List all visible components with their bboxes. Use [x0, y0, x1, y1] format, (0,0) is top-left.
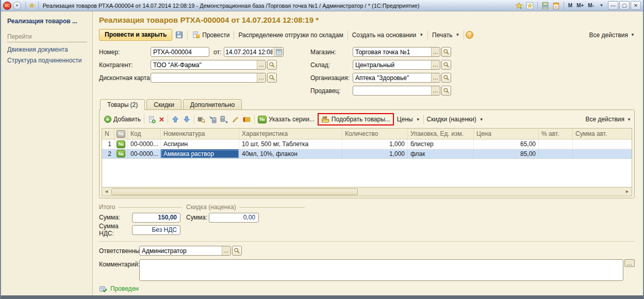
cell-n[interactable]: 1 [102, 139, 114, 149]
cell-price[interactable]: 65,00 [474, 139, 539, 149]
date-picker-calendar-icon[interactable] [274, 48, 283, 56]
calendar-icon[interactable]: 31 [551, 1, 561, 10]
horizontal-scrollbar[interactable]: ◀ ▶ [102, 187, 632, 196]
titlebar-chevron-down-icon[interactable]: ▼ [597, 1, 606, 10]
set-series-button[interactable]: № Указать серии... [256, 115, 316, 124]
post-button[interactable]: Провести [189, 30, 232, 40]
cell-nomenclature-active[interactable]: Аммиака раствор [161, 149, 239, 159]
help-icon[interactable]: ? [466, 31, 473, 39]
scrollbar-thumb[interactable] [111, 188, 358, 195]
col-header-n[interactable]: N [102, 129, 114, 139]
shipment-distribution-button[interactable]: Распределение отгрузки по складам [236, 30, 345, 40]
minimize-button[interactable]: — [608, 1, 618, 10]
col-header-packing[interactable]: Упаковка, Ед. изм. [408, 129, 474, 139]
edit-button[interactable] [230, 114, 241, 124]
col-header-quantity[interactable]: Количество [342, 129, 408, 139]
col-header-sum-auto[interactable]: Сумма авт. [573, 129, 632, 139]
discount-card-button[interactable] [241, 114, 253, 124]
comment-field[interactable] [139, 259, 623, 281]
tab-goods[interactable]: Товары (2) [100, 99, 145, 110]
cell-code[interactable]: 00-0000... [128, 139, 161, 149]
delete-row-button[interactable]: ✕ [157, 115, 166, 124]
terminal-load-button[interactable] [207, 114, 219, 124]
counterparty-field[interactable] [151, 60, 257, 69]
table-row-selected[interactable]: 2 № 00-0000... Аммиака раствор 40мл, 10%… [102, 149, 632, 159]
responsible-search-icon[interactable] [232, 246, 242, 256]
organization-select-icon[interactable]: ... [431, 73, 440, 82]
save-button[interactable] [172, 30, 186, 40]
organization-search-icon[interactable] [441, 73, 451, 83]
scroll-left-icon[interactable]: ◀ [102, 187, 111, 196]
cell-pct-auto[interactable] [539, 149, 573, 159]
maximize-button[interactable]: ▢ [619, 1, 630, 10]
date-field[interactable] [224, 48, 274, 56]
responsible-field[interactable] [140, 246, 222, 255]
copy-row-button[interactable] [146, 114, 157, 124]
responsible-select-icon[interactable]: ... [222, 246, 230, 255]
total-sum-field[interactable]: 150,00 [132, 213, 180, 223]
cell-sum-auto[interactable] [573, 139, 632, 149]
pick-goods-button[interactable]: Подобрать товары... [321, 115, 390, 123]
prices-button[interactable]: Цены▼ [395, 115, 422, 124]
cell-sum-auto[interactable] [573, 149, 632, 159]
cell-n[interactable]: 2 [102, 149, 114, 159]
cell-series[interactable]: № [114, 139, 128, 149]
form-all-actions-button[interactable]: Все действия▼ [589, 32, 635, 39]
col-header-series[interactable]: № [114, 129, 128, 139]
items-all-actions-button[interactable]: Все действия▼ [586, 116, 631, 123]
warehouse-select-icon[interactable]: ... [431, 60, 440, 69]
col-header-pct-auto[interactable]: % авт. [539, 129, 573, 139]
favorites-list-icon[interactable] [525, 1, 535, 10]
cell-series[interactable]: № [114, 149, 128, 159]
warehouse-search-icon[interactable] [441, 60, 451, 70]
print-button[interactable]: Печать▼ [430, 30, 462, 40]
col-header-code[interactable]: Код [128, 129, 161, 139]
shop-search-icon[interactable] [441, 47, 451, 57]
cell-pct-auto[interactable] [539, 139, 573, 149]
cell-code[interactable]: 00-0000... [128, 149, 161, 159]
add-to-favorites-icon[interactable] [514, 1, 524, 10]
move-row-up-button[interactable] [170, 114, 181, 124]
discount-card-select-icon[interactable]: ... [257, 73, 266, 82]
create-based-on-button[interactable]: Создать на основании▼ [350, 30, 426, 40]
memory-m-button[interactable]: M [567, 1, 574, 10]
seller-search-icon[interactable] [441, 86, 451, 96]
discount-card-search-icon[interactable] [267, 73, 277, 83]
organization-field[interactable] [353, 73, 431, 82]
seller-field[interactable] [353, 86, 431, 95]
discounts-markups-button[interactable]: Скидки (наценки)▼ [425, 115, 485, 124]
tab-discounts[interactable]: Скидки [146, 99, 181, 109]
counterparty-select-icon[interactable]: ... [257, 60, 266, 69]
scroll-right-icon[interactable]: ▶ [623, 187, 632, 196]
cell-packing[interactable]: флак [408, 149, 474, 159]
memory-m-minus-button[interactable]: M- [586, 1, 596, 10]
shop-field[interactable] [353, 48, 431, 56]
tab-additional[interactable]: Дополнительно [183, 99, 242, 109]
terminal-unload-button[interactable] [219, 114, 230, 124]
col-header-characteristic[interactable]: Характеристика [239, 129, 342, 139]
table-row[interactable]: 1 № 00-0000... Аспирин 10 шт, 500 мг, Та… [102, 139, 632, 149]
discount-sum-field[interactable]: 0,00 [209, 213, 259, 223]
sidebar-link-document-movements[interactable]: Движения документа [7, 46, 87, 53]
add-row-button[interactable]: + Добавить [103, 115, 142, 124]
shop-select-icon[interactable]: ... [431, 48, 440, 56]
cell-quantity[interactable]: 1,000 [342, 149, 408, 159]
favorites-star-icon[interactable]: ★ [29, 2, 35, 9]
move-row-down-button[interactable] [181, 114, 192, 124]
cell-packing[interactable]: блистер [408, 139, 474, 149]
number-field[interactable] [151, 47, 209, 57]
close-button[interactable]: ✕ [631, 1, 641, 10]
cell-characteristic[interactable]: 40мл, 10%, флакон [239, 149, 342, 159]
sidebar-link-subordination-structure[interactable]: Структура подчиненности [7, 57, 87, 64]
barcode-search-button[interactable] [196, 114, 207, 124]
vat-sum-field[interactable]: Без НДС [132, 225, 180, 235]
counterparty-search-icon[interactable] [267, 60, 277, 70]
cell-characteristic[interactable]: 10 шт, 500 мг, Таблетка [239, 139, 342, 149]
cell-nomenclature[interactable]: Аспирин [161, 139, 239, 149]
col-header-price[interactable]: Цена [474, 129, 539, 139]
cell-quantity[interactable]: 1,000 [342, 139, 408, 149]
post-and-close-button[interactable]: Провести и закрыть [99, 29, 172, 41]
calculator-icon[interactable] [540, 1, 550, 10]
comment-expand-icon[interactable]: ... [624, 259, 635, 267]
main-menu-button[interactable]: ▼ [13, 2, 21, 10]
